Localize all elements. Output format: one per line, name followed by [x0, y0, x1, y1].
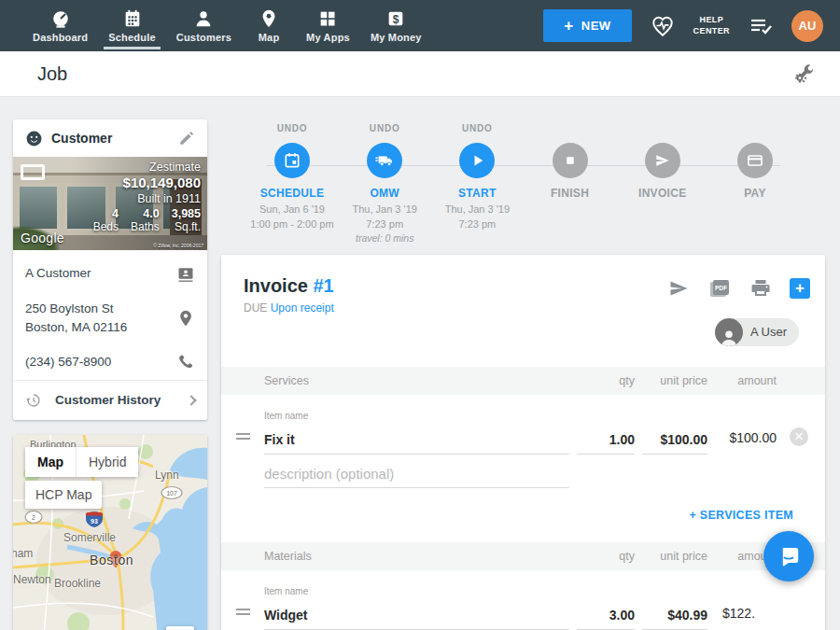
pdf-icon[interactable]: PDF	[707, 277, 732, 300]
nav-label: Map	[259, 32, 280, 43]
nav-item-my-apps[interactable]: My Apps	[296, 0, 360, 51]
invoice-number[interactable]: #1	[313, 275, 333, 296]
credit-card-icon	[746, 151, 764, 170]
customer-face-icon	[25, 130, 43, 147]
map-button-map[interactable]: Map	[25, 447, 76, 477]
stat-label: Baths	[119, 220, 160, 233]
job-header-bar: Job	[0, 51, 840, 97]
service-line-item: Item name $100.00 ✕	[221, 404, 825, 494]
page-content: Customer Zestimate $10,149,080 Built in …	[0, 97, 840, 630]
nav-right-cluster: + NEW HELP CENTER AU	[543, 0, 840, 51]
map-button-hcp[interactable]: HCP Map	[25, 481, 102, 509]
invoice-due: DUE Upon receipt	[244, 301, 810, 315]
omw-step-button[interactable]	[367, 143, 402, 178]
customer-address: 250 Boylston St Boston, MA 02116	[25, 300, 176, 336]
customer-history-row[interactable]: Customer History	[13, 380, 207, 420]
svg-text:93: 93	[91, 518, 98, 525]
step-label: PAY	[744, 187, 766, 200]
assignee-name: A User	[750, 325, 787, 339]
customer-address-row: 250 Boylston St Boston, MA 02116	[25, 291, 195, 344]
job-tools-icon[interactable]	[791, 62, 816, 86]
add-services-item-link[interactable]: + SERVICES ITEM	[221, 494, 825, 535]
step-label: INVOICE	[638, 187, 686, 200]
step-date: Thu, Jan 3 '197:23 pm	[353, 203, 417, 232]
undo-schedule-button[interactable]: UNDO	[277, 123, 308, 136]
step-label: SCHEDULE	[260, 187, 324, 200]
section-title: Services	[264, 374, 569, 387]
google-watermark: Google	[21, 231, 64, 245]
health-heart-icon[interactable]	[651, 14, 675, 38]
pay-step-button[interactable]	[737, 143, 773, 178]
zestimate-label: Zestimate	[81, 161, 201, 174]
edit-pencil-icon[interactable]	[178, 130, 195, 147]
step-date: Thu, Jan 3 '197:23 pm	[445, 203, 510, 232]
drag-handle-icon[interactable]	[236, 430, 257, 446]
remove-service-item-button[interactable]: ✕	[790, 427, 808, 446]
assignee-row: A User	[244, 318, 810, 346]
help-center-button[interactable]: HELP CENTER	[693, 15, 730, 36]
undo-start-button[interactable]: UNDO	[462, 123, 493, 136]
new-button-label: NEW	[581, 19, 611, 33]
service-name-input[interactable]	[264, 427, 569, 455]
service-unit-price-input[interactable]	[642, 427, 707, 455]
stat-value: 3,985	[160, 207, 201, 220]
drag-handle-icon[interactable]	[236, 606, 257, 622]
map-zoom-in-button[interactable]: +	[166, 626, 194, 630]
undo-omw-button[interactable]: UNDO	[370, 123, 400, 136]
customers-icon	[193, 8, 214, 29]
due-terms-link[interactable]: Upon receipt	[271, 301, 334, 315]
service-description-input[interactable]	[264, 460, 569, 488]
add-invoice-item-button[interactable]: +	[790, 278, 810, 299]
page-title: Job	[37, 63, 67, 85]
workflow-step-schedule: UNDO SCHEDULE Sun, Jan 6 '191:00 pm - 2:…	[249, 123, 335, 244]
assignee-chip[interactable]: A User	[715, 318, 799, 346]
nav-item-customers[interactable]: Customers	[166, 0, 242, 51]
assignee-avatar	[715, 318, 743, 346]
location-pin-icon[interactable]	[176, 309, 195, 328]
send-invoice-icon[interactable]	[667, 277, 690, 300]
qty-column-header: qty	[577, 550, 635, 563]
print-icon[interactable]	[749, 277, 772, 300]
svg-text:$: $	[393, 12, 399, 25]
customer-phone-row: (234) 567-8900	[25, 344, 195, 380]
person-icon	[719, 328, 739, 346]
schedule-step-button[interactable]	[274, 143, 310, 178]
invoice-card: Invoice #1 DUE Upon receipt PDF +	[221, 255, 825, 630]
service-qty-input[interactable]	[577, 427, 635, 455]
new-button[interactable]: + NEW	[543, 9, 631, 42]
material-unit-price-input[interactable]	[642, 602, 707, 630]
service-amount: $100.00	[715, 430, 777, 447]
phone-icon[interactable]	[177, 353, 195, 371]
nav-label: Dashboard	[33, 32, 88, 43]
map-widget: 2 107 93 Burlington Lynn Somerville	[13, 435, 207, 630]
invoice-step-button[interactable]	[645, 143, 680, 178]
start-step-button[interactable]	[459, 143, 495, 178]
invoice-header: Invoice #1 DUE Upon receipt PDF +	[221, 255, 825, 359]
svg-text:2: 2	[32, 514, 35, 521]
contact-card-icon[interactable]	[176, 264, 195, 283]
route-shield-107: 107	[161, 486, 182, 498]
zestimate-value: $10,149,080	[81, 175, 201, 190]
nav-item-my-money[interactable]: $ My Money	[360, 0, 432, 51]
map-button-hybrid[interactable]: Hybrid	[76, 447, 138, 477]
nav-item-schedule[interactable]: Schedule	[98, 0, 166, 51]
svg-text:107: 107	[166, 490, 177, 497]
finish-step-button[interactable]	[553, 143, 588, 178]
chat-bubble-button[interactable]	[763, 531, 814, 581]
user-avatar[interactable]: AU	[791, 10, 823, 42]
stat-label: Beds	[81, 220, 119, 233]
material-name-input[interactable]	[264, 602, 569, 630]
top-nav: Dashboard Schedule Customers Map My Apps…	[0, 0, 840, 51]
nav-item-dashboard[interactable]: Dashboard	[22, 0, 98, 51]
material-qty-input[interactable]	[577, 602, 635, 630]
section-title: Materials	[264, 550, 569, 563]
qty-column-header: qty	[577, 374, 635, 387]
nav-item-map[interactable]: Map	[242, 0, 296, 51]
task-list-icon[interactable]	[749, 15, 773, 37]
main-panel: UNDO SCHEDULE Sun, Jan 6 '191:00 pm - 2:…	[221, 119, 825, 630]
chevron-right-icon	[186, 395, 196, 405]
property-photo[interactable]: Zestimate $10,149,080 Built in 1911 4 4.…	[13, 157, 207, 250]
calendar-icon	[283, 151, 301, 170]
built-year: Built in 1911	[81, 192, 201, 205]
step-date: Sun, Jan 6 '191:00 pm - 2:00 pm	[250, 203, 333, 232]
